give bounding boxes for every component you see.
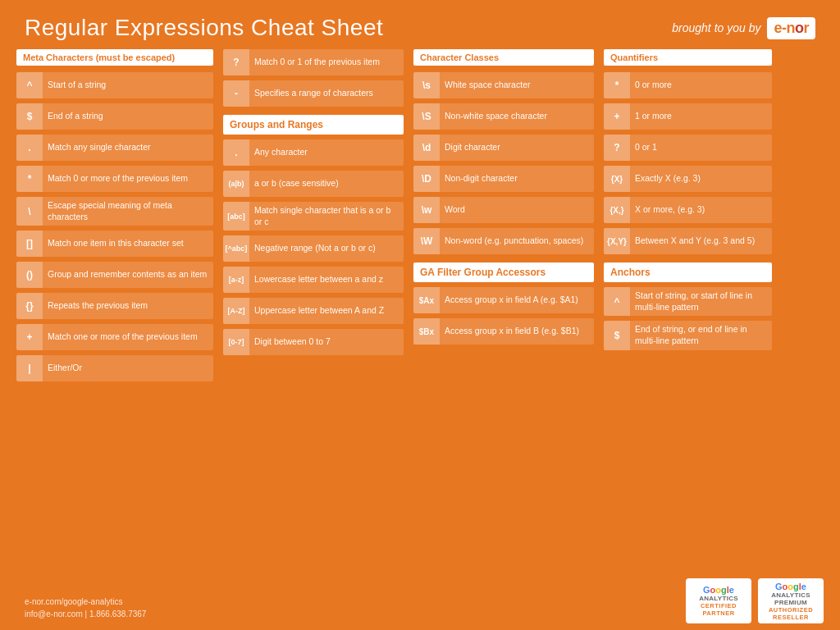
header: Regular Expressions Cheat Sheet brought … xyxy=(0,0,840,49)
item-AX: $Ax Access group x in field A (e.g. $A1) xyxy=(413,287,594,313)
item-not-abc: [^abc] Negative range (Not a or b or c) xyxy=(223,235,404,262)
desc-a-dollar: End of string, or end of line in multi-l… xyxy=(630,321,772,349)
char-classes-column: Character Classes \s White space charact… xyxy=(413,49,594,381)
google-logo-2: Google xyxy=(775,582,806,591)
ga-filter-title: GA Filter Group Accessors xyxy=(413,262,594,282)
symbol-question: ? xyxy=(223,49,249,75)
brand-section: brought to you by e-nor xyxy=(672,17,815,39)
meta-item-pipe: | Either/Or xyxy=(16,355,213,381)
desc-WW: Non-word (e.g. punctuation, spaces) xyxy=(440,228,588,254)
item-q-xmore: {X,} X or more, (e.g. 3) xyxy=(604,197,772,223)
symbol-dot: . xyxy=(16,135,43,161)
item-any-char: . Any character xyxy=(223,139,404,166)
item-WW: \W Non-word (e.g. punctuation, spaces) xyxy=(413,228,594,254)
item-ww: \w Word xyxy=(413,197,594,223)
desc-wd: Digit character xyxy=(440,135,505,161)
desc-WS: Non-white space character xyxy=(440,103,552,130)
symbol-q-star: * xyxy=(604,72,630,98)
item-a-caret: ^ Start of string, or start of line in m… xyxy=(604,287,772,316)
desc-brackets: Match one item in this character set xyxy=(43,231,189,257)
item-abc: [abc] Match single character that is a o… xyxy=(223,202,404,231)
desc-q-question: 0 or 1 xyxy=(630,135,662,161)
item-a-or-b: (a|b) a or b (case sensitive) xyxy=(223,171,404,197)
page-title: Regular Expressions Cheat Sheet xyxy=(25,15,383,41)
desc-plus: Match one or more of the previous item xyxy=(43,324,203,350)
item-q-xy: {X,Y} Between X and Y (e.g. 3 and 5) xyxy=(604,228,772,254)
meta-item-backslash: \ Escape special meaning of meta charact… xyxy=(16,197,213,226)
symbol-BX: $Bx xyxy=(413,318,440,345)
groups-ranges-title: Groups and Ranges xyxy=(223,115,404,135)
badge-type-2: AUTHORIZEDRESELLER xyxy=(769,606,813,621)
symbol-backslash: \ xyxy=(16,197,43,226)
quantifiers-column: Quantifiers * 0 or more + 1 or more ? 0 … xyxy=(604,49,772,381)
symbol-WS: \S xyxy=(413,103,440,130)
symbol-q-xmore: {X,} xyxy=(604,197,630,223)
symbol-dash: - xyxy=(223,80,249,107)
desc-ws: White space character xyxy=(440,72,535,98)
symbol-q-xact: {X} xyxy=(604,166,630,192)
groups-ranges-column: ? Match 0 or 1 of the previous item - Sp… xyxy=(223,49,404,381)
symbol-WW: \W xyxy=(413,228,440,254)
item-q-question: ? 0 or 1 xyxy=(604,135,772,161)
brand-logo: e-nor xyxy=(767,17,815,39)
symbol-braces: {} xyxy=(16,293,43,319)
desc-not-abc: Negative range (Not a or b or c) xyxy=(249,235,381,262)
symbol-a-to-z: [a-z] xyxy=(223,267,249,293)
symbol-star: * xyxy=(16,166,43,192)
item-WS: \S Non-white space character xyxy=(413,103,594,130)
symbol-dollar: $ xyxy=(16,103,43,130)
desc-a-to-z: Lowercase letter between a and z xyxy=(249,267,388,293)
badge-analytics: Google ANALYTICS CERTIFIEDPARTNER xyxy=(686,578,751,623)
meta-item-parens: () Group and remember contents as an ite… xyxy=(16,262,213,288)
main-content: Meta Characters (must be escaped) ^ Star… xyxy=(0,49,840,381)
desc-q-xact: Exactly X (e.g. 3) xyxy=(630,166,705,192)
char-classes-title: Character Classes xyxy=(413,49,594,66)
desc-any-char: Any character xyxy=(249,139,313,166)
desc-q-plus: 1 or more xyxy=(630,103,677,130)
item-A-to-Z: [A-Z] Uppercase letter between A and Z xyxy=(223,298,404,324)
desc-WD: Non-digit character xyxy=(440,166,523,192)
symbol-parens: () xyxy=(16,262,43,288)
item-wd: \d Digit character xyxy=(413,135,594,161)
symbol-a-caret: ^ xyxy=(604,287,630,316)
desc-caret: Start of a string xyxy=(43,72,111,98)
desc-q-xy: Between X and Y (e.g. 3 and 5) xyxy=(630,228,760,254)
desc-pipe: Either/Or xyxy=(43,355,87,381)
desc-BX: Access group x in field B (e.g. $B1) xyxy=(440,318,584,345)
footer-badges: Google ANALYTICS CERTIFIEDPARTNER Google… xyxy=(686,578,824,623)
symbol-q-question: ? xyxy=(604,135,630,161)
symbol-any-char: . xyxy=(223,139,249,166)
desc-q-xmore: X or more, (e.g. 3) xyxy=(630,197,710,223)
anchors-title: Anchors xyxy=(604,262,772,282)
brought-by-text: brought to you by xyxy=(672,21,760,34)
desc-backslash: Escape special meaning of meta character… xyxy=(43,197,213,226)
item-WD: \D Non-digit character xyxy=(413,166,594,192)
symbol-WD: \D xyxy=(413,166,440,192)
symbol-a-or-b: (a|b) xyxy=(223,171,249,197)
item-a-to-z: [a-z] Lowercase letter between a and z xyxy=(223,267,404,293)
symbol-a-dollar: $ xyxy=(604,321,630,349)
desc-A-to-Z: Uppercase letter between A and Z xyxy=(249,298,389,324)
google-logo-1: Google xyxy=(703,585,734,595)
symbol-wd: \d xyxy=(413,135,440,161)
desc-parens: Group and remember contents as an item xyxy=(43,262,212,288)
item-q-star: * 0 or more xyxy=(604,72,772,98)
symbol-abc: [abc] xyxy=(223,202,249,231)
desc-ww: Word xyxy=(440,197,470,223)
symbol-not-abc: [^abc] xyxy=(223,235,249,262)
meta-item-brackets: [] Match one item in this character set xyxy=(16,231,213,257)
meta-item-star: * Match 0 or more of the previous item xyxy=(16,166,213,192)
desc-dollar: End of a string xyxy=(43,103,108,130)
desc-dot: Match any single character xyxy=(43,135,155,161)
meta-item-dot: . Match any single character xyxy=(16,135,213,161)
footer-contact: info@e-nor.com | 1.866.638.7367 xyxy=(25,608,146,620)
symbol-plus: + xyxy=(16,324,43,350)
badge-analytics-premium: Google ANALYTICSPREMIUM AUTHORIZEDRESELL… xyxy=(758,578,824,623)
footer: e-nor.com/google-analytics info@e-nor.co… xyxy=(25,596,146,620)
symbol-AX: $Ax xyxy=(413,287,440,313)
symbol-ws: \s xyxy=(413,72,440,98)
symbol-ww: \w xyxy=(413,197,440,223)
badge-sub-1: ANALYTICS xyxy=(699,595,738,602)
desc-q-star: 0 or more xyxy=(630,72,677,98)
desc-dash: Specifies a range of characters xyxy=(249,80,378,107)
